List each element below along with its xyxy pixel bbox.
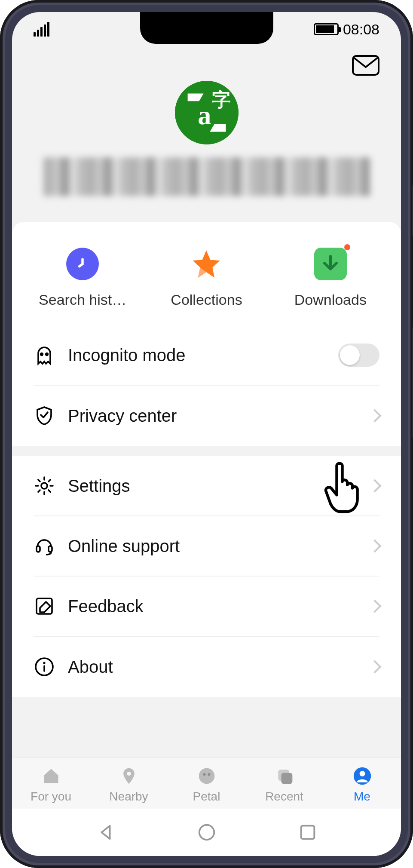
menu-incognito[interactable]: Incognito mode xyxy=(34,325,379,386)
quick-actions-row: Search hist… Collections xyxy=(12,222,401,325)
phone-frame: 08:08 a 字 xyxy=(0,0,413,868)
sys-recent-button[interactable] xyxy=(298,822,318,842)
person-icon xyxy=(352,766,373,786)
star-icon xyxy=(190,248,223,280)
svg-point-20 xyxy=(199,825,214,840)
sys-back-button[interactable] xyxy=(96,822,116,842)
nav-me[interactable]: Me xyxy=(323,766,401,804)
bottom-nav: For you Nearby xyxy=(12,758,401,809)
chevron-right-icon xyxy=(368,409,381,422)
quick-label: Downloads xyxy=(294,291,367,308)
nav-label: Me xyxy=(354,790,370,804)
nav-label: Recent xyxy=(265,790,303,804)
svg-text:字: 字 xyxy=(211,89,230,110)
notification-dot xyxy=(344,244,350,250)
nav-label: For you xyxy=(31,790,71,804)
nav-label: Nearby xyxy=(109,790,148,804)
ghost-icon xyxy=(34,344,55,366)
gear-icon xyxy=(34,475,55,497)
svg-rect-0 xyxy=(353,56,379,75)
menu-about[interactable]: About xyxy=(34,637,379,697)
info-icon xyxy=(34,656,55,678)
svg-point-14 xyxy=(203,773,205,776)
quick-collections[interactable]: Collections xyxy=(144,248,268,308)
svg-point-15 xyxy=(208,773,210,776)
svg-point-6 xyxy=(41,483,47,489)
menu-label: Privacy center xyxy=(68,406,357,426)
nav-recent[interactable]: Recent xyxy=(245,766,323,804)
svg-text:a: a xyxy=(198,101,211,130)
petal-icon xyxy=(196,766,217,786)
menu-label: About xyxy=(68,657,357,677)
recent-icon xyxy=(274,766,295,786)
chevron-right-icon xyxy=(368,479,381,492)
chevron-right-icon xyxy=(368,539,381,552)
screen: 08:08 a 字 xyxy=(12,12,401,856)
signal-icon xyxy=(34,22,49,37)
menu-label: Settings xyxy=(68,476,357,496)
menu-label: Online support xyxy=(68,537,357,556)
svg-rect-21 xyxy=(301,826,314,839)
quick-label: Collections xyxy=(171,291,242,308)
headset-icon xyxy=(34,535,55,557)
svg-rect-8 xyxy=(49,546,52,552)
quick-search-history[interactable]: Search hist… xyxy=(21,248,144,308)
svg-point-11 xyxy=(43,662,45,664)
svg-rect-17 xyxy=(281,773,292,784)
pointer-cursor-icon xyxy=(321,459,369,515)
quick-downloads[interactable]: Downloads xyxy=(269,248,392,308)
chevron-right-icon xyxy=(368,599,381,613)
shield-icon xyxy=(34,405,55,426)
mail-button[interactable] xyxy=(352,55,379,76)
sys-home-button[interactable] xyxy=(197,822,217,842)
status-time: 08:08 xyxy=(343,21,379,38)
svg-point-19 xyxy=(359,771,365,776)
home-icon xyxy=(41,766,61,786)
menu-label: Feedback xyxy=(68,597,357,616)
svg-point-4 xyxy=(41,353,43,356)
nav-nearby[interactable]: Nearby xyxy=(90,766,168,804)
profile-header: a 字 xyxy=(12,46,401,222)
menu-privacy-center[interactable]: Privacy center xyxy=(34,386,379,446)
svg-point-5 xyxy=(46,353,48,356)
quick-label: Search hist… xyxy=(39,291,126,308)
svg-point-13 xyxy=(199,768,214,784)
svg-point-12 xyxy=(127,772,131,776)
chevron-right-icon xyxy=(368,660,381,673)
download-icon xyxy=(314,248,347,280)
system-nav xyxy=(12,809,401,856)
menu-label: Incognito mode xyxy=(68,346,325,365)
avatar[interactable]: a 字 xyxy=(175,81,239,144)
menu-online-support[interactable]: Online support xyxy=(34,516,379,577)
nav-label: Petal xyxy=(193,790,220,804)
username-redacted xyxy=(43,157,370,196)
notch xyxy=(140,12,273,44)
incognito-toggle[interactable] xyxy=(338,344,379,367)
feedback-icon xyxy=(34,595,55,617)
pin-icon xyxy=(119,766,139,786)
battery-icon xyxy=(314,23,339,35)
nav-for-you[interactable]: For you xyxy=(12,766,90,804)
svg-rect-7 xyxy=(37,546,40,552)
menu-feedback[interactable]: Feedback xyxy=(34,577,379,637)
clock-icon xyxy=(66,248,99,280)
nav-petal[interactable]: Petal xyxy=(168,766,245,804)
